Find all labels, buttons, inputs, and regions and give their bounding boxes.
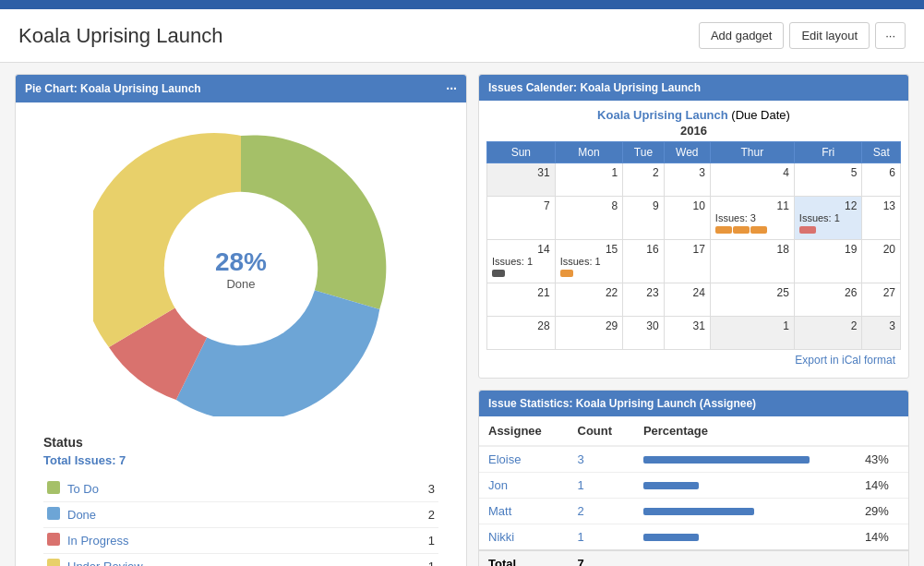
cal-bar xyxy=(750,226,767,234)
legend-item-count: 1 xyxy=(384,554,438,567)
legend-color xyxy=(47,481,60,494)
stats-assignee[interactable]: Eloise xyxy=(488,452,521,466)
stats-bar xyxy=(643,534,699,541)
legend-row: To Do 3 xyxy=(43,476,438,502)
cal-day-number: 31 xyxy=(669,319,705,332)
legend-item-name[interactable]: Under Review xyxy=(67,560,143,566)
legend-item-name[interactable]: In Progress xyxy=(67,534,128,548)
calendar-year: 2016 xyxy=(486,124,901,138)
calendar-day-cell: 3 xyxy=(664,163,710,197)
pie-chart-title: Pie Chart: Koala Uprising Launch xyxy=(25,82,201,95)
calendar-day-cell: 16 xyxy=(623,240,664,283)
cal-issue-label[interactable]: Issues: 1 xyxy=(799,212,858,223)
page-title: Koala Uprising Launch xyxy=(18,24,222,48)
calendar-day-cell: 15Issues: 1 xyxy=(555,240,623,283)
pie-svg xyxy=(93,121,389,416)
stats-pct: 14% xyxy=(865,478,889,492)
legend-title: Status xyxy=(43,435,438,450)
cal-issue-label[interactable]: Issues: 1 xyxy=(560,256,618,267)
stats-count[interactable]: 1 xyxy=(578,478,584,492)
calendar-project-link[interactable]: Koala Uprising Launch xyxy=(597,108,728,122)
cal-day-number: 22 xyxy=(560,286,618,299)
more-options-button[interactable]: ··· xyxy=(875,22,906,49)
calendar-day-cell: 25 xyxy=(710,283,794,317)
stats-pct: 29% xyxy=(865,504,889,518)
stats-title: Issue Statistics: Koala Uprising Launch … xyxy=(488,397,756,410)
legend-item-count: 3 xyxy=(384,476,438,502)
cal-day-number: 18 xyxy=(715,243,789,256)
calendar-day-header: Wed xyxy=(664,142,710,163)
cal-day-number: 19 xyxy=(799,243,858,256)
calendar-day-cell: 1 xyxy=(710,317,794,350)
cal-issue-label[interactable]: Issues: 1 xyxy=(492,256,550,267)
pie-chart-dots[interactable]: ··· xyxy=(446,81,457,96)
stats-col-header: Percentage xyxy=(634,416,856,446)
cal-day-number: 7 xyxy=(492,199,550,212)
cal-day-number: 25 xyxy=(715,286,789,299)
stats-footer-count: 7 xyxy=(569,550,634,566)
stats-row: Matt 2 29% xyxy=(479,499,908,524)
cal-bar xyxy=(715,226,732,234)
calendar-header: Issues Calender: Koala Uprising Launch xyxy=(479,75,908,101)
calendar-week-row: 7891011Issues: 312Issues: 113 xyxy=(487,197,901,240)
calendar-gadget: Issues Calender: Koala Uprising Launch K… xyxy=(478,74,909,379)
cal-day-number: 27 xyxy=(867,286,895,299)
stats-assignee[interactable]: Jon xyxy=(488,478,508,492)
stats-count[interactable]: 1 xyxy=(578,530,584,544)
calendar-day-cell: 27 xyxy=(862,283,901,317)
stats-assignee[interactable]: Nikki xyxy=(488,530,514,544)
cal-bar xyxy=(492,270,505,277)
export-ical-link[interactable]: Export in iCal format xyxy=(486,350,901,370)
calendar-day-header: Sun xyxy=(487,142,556,163)
legend-row: Done 2 xyxy=(43,502,438,528)
calendar-day-cell: 31 xyxy=(487,163,556,197)
stats-row: Jon 1 14% xyxy=(479,473,908,499)
legend-total: Total Issues: 7 xyxy=(43,453,438,467)
edit-layout-button[interactable]: Edit layout xyxy=(789,22,870,49)
legend-row: Under Review 1 xyxy=(43,554,438,567)
cal-bar xyxy=(733,226,750,234)
cal-day-number: 17 xyxy=(669,243,705,256)
calendar-day-cell: 19 xyxy=(794,240,862,283)
cal-day-number: 1 xyxy=(560,166,618,179)
cal-issue-bars xyxy=(560,267,618,280)
add-gadget-button[interactable]: Add gadget xyxy=(699,22,785,49)
legend-table: To Do 3 Done 2 In Progress 1 Under Revie… xyxy=(43,476,438,566)
stats-bar xyxy=(643,508,754,515)
calendar-week-row: 31123456 xyxy=(487,163,901,197)
calendar-day-header: Mon xyxy=(555,142,623,163)
stats-footer-pct xyxy=(856,550,908,566)
cal-day-number: 13 xyxy=(867,199,895,212)
cal-issue-bars xyxy=(715,223,789,236)
calendar-day-cell: 2 xyxy=(794,317,862,350)
header-buttons: Add gadget Edit layout ··· xyxy=(699,22,906,49)
calendar-day-cell: 29 xyxy=(555,317,623,350)
cal-issue-bars xyxy=(492,267,550,280)
stats-assignee[interactable]: Matt xyxy=(488,504,511,518)
calendar-week-row: 28293031123 xyxy=(487,317,901,350)
stats-bar xyxy=(643,482,699,489)
cal-day-number: 23 xyxy=(628,286,658,299)
calendar-day-cell: 31 xyxy=(664,317,710,350)
legend-item-name[interactable]: To Do xyxy=(67,482,99,496)
calendar-day-cell: 5 xyxy=(794,163,862,197)
cal-issue-label[interactable]: Issues: 3 xyxy=(715,212,789,223)
stats-count[interactable]: 3 xyxy=(578,452,584,466)
cal-day-number: 2 xyxy=(799,319,858,332)
cal-day-number: 11 xyxy=(715,199,789,212)
stats-bar-container xyxy=(643,508,846,515)
calendar-day-cell: 2 xyxy=(623,163,664,197)
cal-day-number: 4 xyxy=(715,166,789,179)
cal-day-number: 14 xyxy=(492,243,550,256)
legend-item-name[interactable]: Done xyxy=(67,508,96,522)
calendar-grid: SunMonTueWedThurFriSat 311234567891011Is… xyxy=(486,141,901,350)
stats-pct: 14% xyxy=(865,530,889,544)
cal-day-number: 1 xyxy=(715,319,789,332)
calendar-day-cell: 1 xyxy=(555,163,623,197)
calendar-day-cell: 23 xyxy=(623,283,664,317)
calendar-day-cell: 18 xyxy=(710,240,794,283)
stats-bar-container xyxy=(643,482,846,489)
stats-col-header: Assignee xyxy=(479,416,569,446)
stats-count[interactable]: 2 xyxy=(578,504,584,518)
right-panel: Issues Calender: Koala Uprising Launch K… xyxy=(478,74,909,566)
